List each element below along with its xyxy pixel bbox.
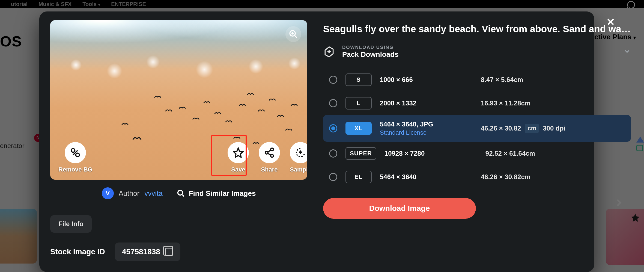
size-dimensions: 10928 × 7280 <box>384 150 477 157</box>
square-icon[interactable] <box>636 145 643 151</box>
size-physical: 8.47 × 5.64cm <box>481 76 625 84</box>
close-button[interactable] <box>605 16 616 28</box>
download-method-selector[interactable]: DOWNLOAD USING Pack Downloads <box>323 43 631 68</box>
author-name-link[interactable]: vvvita <box>144 189 162 198</box>
remove-bg-button[interactable]: Remove BG <box>58 142 93 173</box>
pack-icon <box>323 46 335 58</box>
stock-id-value: 457581838 <box>122 247 160 256</box>
size-dimensions: 1000 × 666 <box>380 76 473 84</box>
related-thumb[interactable] <box>0 209 37 264</box>
author-row: V Author vvvita Find Similar Images <box>50 187 307 199</box>
nav-item[interactable]: ENTERPRISE <box>111 1 146 7</box>
svg-point-1 <box>71 149 75 152</box>
size-option-xl[interactable]: XL 5464 × 3640, JPG Standard License 46.… <box>323 115 631 142</box>
stock-id-label: Stock Image ID <box>50 247 105 256</box>
stock-id-copy[interactable]: 457581838 <box>115 243 180 261</box>
download-image-button[interactable]: Download Image <box>323 198 476 219</box>
image-preview[interactable]: Remove BG Save Share <box>50 20 307 180</box>
generator-fragment: enerator <box>0 142 24 150</box>
size-option-el[interactable]: EL 5464 × 3640 46.26 × 30.82cm <box>323 165 631 189</box>
license-link[interactable]: Standard License <box>380 129 473 136</box>
favorite-icon[interactable] <box>630 213 640 223</box>
size-physical: 16.93 × 11.28cm <box>481 99 625 107</box>
author-avatar[interactable]: V <box>102 187 114 199</box>
size-code: L <box>345 97 372 110</box>
zoom-in-icon[interactable] <box>285 26 301 42</box>
svg-point-6 <box>178 190 183 195</box>
size-physical: 92.52 × 61.64cm <box>485 150 625 157</box>
size-code: EL <box>345 171 372 183</box>
svg-point-3 <box>271 148 273 151</box>
radio-icon <box>329 124 337 132</box>
share-button[interactable]: Share <box>259 142 280 173</box>
size-dimensions: 2000 × 1332 <box>380 99 473 107</box>
sample-label: Sample <box>290 166 307 173</box>
svg-point-4 <box>265 151 268 154</box>
triangle-icon[interactable] <box>636 137 644 143</box>
size-dimensions: 5464 × 3640 <box>380 173 473 181</box>
sample-button[interactable]: Sample <box>290 142 307 173</box>
remove-bg-label: Remove BG <box>58 166 93 173</box>
nav-item[interactable]: utorial <box>11 1 28 7</box>
radio-icon <box>329 76 337 84</box>
image-title: Seagulls fly over the sandy beach. View … <box>323 23 631 34</box>
stock-id-row: Stock Image ID 457581838 <box>50 243 307 261</box>
top-nav: utorial Music & SFX Tools▾ ENTERPRISE <box>0 0 644 8</box>
nav-item[interactable]: Music & SFX <box>38 1 71 7</box>
find-similar-label: Find Similar Images <box>189 189 256 198</box>
size-dimensions: 5464 × 3640, JPG <box>380 120 473 128</box>
nav-item[interactable]: Tools▾ <box>82 1 100 7</box>
size-option-s[interactable]: S 1000 × 666 8.47 × 5.64cm <box>323 68 631 91</box>
find-similar-button[interactable]: Find Similar Images <box>177 189 256 198</box>
size-option-l[interactable]: L 2000 × 1332 16.93 × 11.28cm <box>323 91 631 115</box>
radio-icon <box>329 99 337 107</box>
download-method-value: Pack Downloads <box>342 50 399 59</box>
size-code: XL <box>345 122 372 135</box>
size-option-super[interactable]: SUPER 10928 × 7280 92.52 × 61.64cm <box>323 142 631 165</box>
logo-fragment: OS <box>0 33 22 50</box>
chevron-down-icon <box>623 48 631 56</box>
copy-icon <box>165 248 173 256</box>
size-physical: 46.26 × 30.82cm <box>481 173 625 181</box>
author-label: Author <box>119 189 140 198</box>
size-code: S <box>345 73 372 86</box>
share-label: Share <box>261 166 278 173</box>
save-label: Save <box>231 166 245 173</box>
file-info-button[interactable]: File Info <box>50 215 92 233</box>
svg-point-2 <box>76 153 79 157</box>
tool-palette <box>636 137 644 151</box>
download-using-label: DOWNLOAD USING <box>342 45 399 50</box>
size-physical: 46.26 × 30.82cm300 dpi <box>481 124 625 133</box>
radio-icon <box>329 173 337 181</box>
image-detail-modal: Remove BG Save Share <box>39 11 594 272</box>
save-button[interactable]: Save <box>228 142 249 173</box>
radio-icon <box>329 149 337 158</box>
svg-point-5 <box>271 155 273 157</box>
size-options: S 1000 × 666 8.47 × 5.64cm L 2000 × 1332… <box>323 68 631 189</box>
size-code: SUPER <box>345 147 376 160</box>
